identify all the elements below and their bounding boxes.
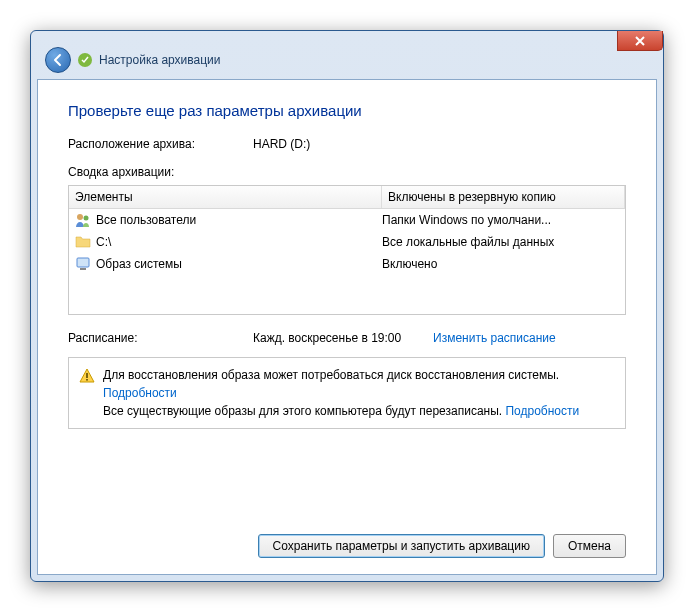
- button-row: Сохранить параметры и запустить архиваци…: [258, 534, 626, 558]
- save-and-run-button[interactable]: Сохранить параметры и запустить архиваци…: [258, 534, 545, 558]
- titlebar-controls: [617, 31, 663, 51]
- location-value: HARD (D:): [253, 137, 310, 151]
- table-row[interactable]: Все пользователи Папки Windows по умолча…: [69, 209, 625, 231]
- warning-line1: Для восстановления образа может потребов…: [103, 368, 559, 382]
- svg-point-2: [84, 216, 89, 221]
- folder-icon: [75, 234, 91, 250]
- content-area: Проверьте еще раз параметры архивации Ра…: [37, 79, 657, 575]
- schedule-row: Расписание: Кажд. воскресенье в 19:00 Из…: [68, 331, 626, 345]
- column-elements[interactable]: Элементы: [69, 186, 382, 208]
- details-link-2[interactable]: Подробности: [505, 404, 579, 418]
- row-name: Все пользователи: [96, 213, 196, 227]
- warning-text: Для восстановления образа может потребов…: [103, 366, 579, 420]
- schedule-value: Кажд. воскресенье в 19:00: [253, 331, 433, 345]
- svg-rect-3: [77, 258, 89, 267]
- backup-wizard-icon: [77, 52, 93, 68]
- table-row[interactable]: Образ системы Включено: [69, 253, 625, 275]
- header-title: Настройка архивации: [99, 53, 221, 67]
- svg-rect-6: [86, 379, 88, 381]
- details-link-1[interactable]: Подробности: [103, 386, 177, 400]
- table-row[interactable]: C:\ Все локальные файлы данных: [69, 231, 625, 253]
- location-row: Расположение архива: HARD (D:): [68, 137, 626, 151]
- schedule-label: Расписание:: [68, 331, 253, 345]
- svg-rect-4: [80, 268, 86, 270]
- svg-point-1: [77, 214, 83, 220]
- row-included: Все локальные файлы данных: [382, 235, 619, 249]
- warning-box: Для восстановления образа может потребов…: [68, 357, 626, 429]
- row-name: C:\: [96, 235, 111, 249]
- system-image-icon: [75, 256, 91, 272]
- table-header: Элементы Включены в резервную копию: [69, 186, 625, 209]
- summary-label: Сводка архивации:: [68, 165, 626, 179]
- back-button[interactable]: [45, 47, 71, 73]
- summary-table: Элементы Включены в резервную копию Все …: [68, 185, 626, 315]
- close-button[interactable]: [617, 31, 663, 51]
- row-name: Образ системы: [96, 257, 182, 271]
- column-included[interactable]: Включены в резервную копию: [382, 186, 625, 208]
- cancel-button[interactable]: Отмена: [553, 534, 626, 558]
- header-row: Настройка архивации: [37, 37, 657, 79]
- warning-icon: [79, 368, 95, 384]
- warning-line2: Все существующие образы для этого компью…: [103, 404, 502, 418]
- row-included: Папки Windows по умолчани...: [382, 213, 619, 227]
- users-icon: [75, 212, 91, 228]
- page-heading: Проверьте еще раз параметры архивации: [68, 102, 626, 119]
- dialog-window: Настройка архивации Проверьте еще раз па…: [30, 30, 664, 582]
- row-included: Включено: [382, 257, 619, 271]
- svg-rect-5: [86, 373, 88, 378]
- change-schedule-link[interactable]: Изменить расписание: [433, 331, 556, 345]
- location-label: Расположение архива:: [68, 137, 253, 151]
